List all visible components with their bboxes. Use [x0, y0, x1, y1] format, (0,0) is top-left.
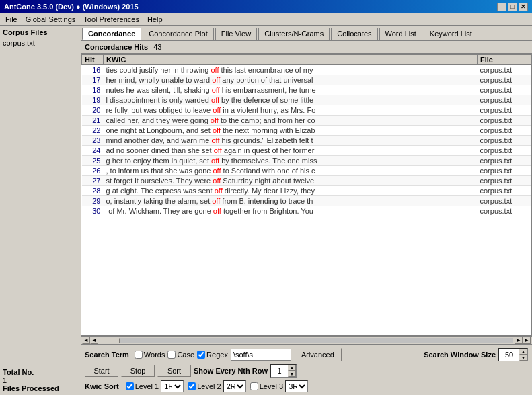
kwic-keyword: off [213, 207, 221, 215]
level1-select[interactable]: 1R 1L 2R 2L 3R 3L [161, 380, 184, 392]
scroll-right2-btn[interactable]: ► [523, 337, 531, 344]
regex-label: Regex [206, 351, 228, 359]
stop-button[interactable]: Stop [121, 365, 155, 377]
kwic-keyword: off [212, 197, 220, 205]
tab-keyword-list[interactable]: Keyword List [424, 28, 478, 40]
nth-row-spinbox: ▲ ▼ [270, 364, 297, 378]
hit-number: 27 [82, 176, 104, 186]
tab-concordance-plot[interactable]: Concordance Plot [143, 28, 213, 40]
search-window-size-input[interactable] [499, 349, 519, 361]
kwic-cell: g her to enjoy them in quiet, set off by… [104, 156, 478, 166]
menu-file[interactable]: File [1, 15, 22, 24]
regex-checkbox[interactable] [197, 351, 205, 359]
level1-checkbox[interactable] [126, 382, 134, 390]
level3-checkbox[interactable] [250, 382, 258, 390]
menu-bar: File Global Settings Tool Preferences He… [0, 13, 532, 26]
tab-clusters-ngrams[interactable]: Clusters/N-Grams [258, 28, 330, 40]
kwic-keyword: off [213, 167, 221, 175]
kwic-keyword: off [214, 146, 222, 155]
table-row[interactable]: 23 mind another day, and warn me off his… [82, 136, 531, 146]
level2-checkbox[interactable] [188, 382, 196, 390]
title-bar-buttons: _ □ ✕ [497, 3, 528, 11]
case-checkbox[interactable] [167, 351, 176, 359]
tab-word-list[interactable]: Word List [379, 28, 422, 40]
tab-file-view[interactable]: File View [215, 28, 257, 40]
level3-group: Level 3 3R 1R 1L 2R 2L 3L [250, 380, 308, 392]
level2-select[interactable]: 2R 1R 1L 2L 3R 3L [223, 380, 246, 392]
level3-select[interactable]: 3R 1R 1L 2R 2L 3L [285, 380, 308, 392]
hit-number: 24 [82, 146, 104, 156]
table-row[interactable]: 25 g her to enjoy them in quiet, set off… [82, 156, 531, 166]
table-row[interactable]: 27 st forget it ourselves. They were off… [82, 176, 531, 186]
spinbox-down-btn[interactable]: ▼ [519, 355, 527, 361]
table-row[interactable]: 22 one night at Longbourn, and set off t… [82, 126, 531, 136]
sort-button[interactable]: Sort [157, 365, 191, 377]
level3-label: Level 3 [260, 382, 283, 390]
kwic-cell: ad no sooner dined than she set off agai… [104, 146, 478, 156]
search-term-label: Search Term [85, 351, 129, 359]
nth-spinbox-buttons: ▲ ▼ [288, 365, 296, 377]
kwic-cell: l disappointment is only warded off by t… [104, 95, 478, 105]
tab-concordance[interactable]: Concordance [82, 28, 141, 40]
minimize-button[interactable]: _ [497, 3, 506, 11]
action-row: Start Stop Sort Show Every Nth Row ▲ ▼ [85, 364, 528, 378]
concordance-hits-count: 43 [153, 43, 161, 51]
scroll-right-btn[interactable]: ► [515, 337, 523, 344]
table-row[interactable]: 19 l disappointment is only warded off b… [82, 95, 531, 105]
words-checkbox-label: Words [135, 351, 165, 359]
nth-row-input[interactable] [271, 365, 288, 377]
hit-number: 25 [82, 156, 104, 166]
spinbox-buttons: ▲ ▼ [519, 349, 527, 361]
kwic-keyword: off [211, 96, 219, 104]
spinbox-up-btn[interactable]: ▲ [519, 349, 527, 355]
table-row[interactable]: 16 ties could justify her in throwing of… [82, 65, 531, 75]
hit-number: 19 [82, 95, 104, 105]
table-row[interactable]: 26 , to inform us that she was gone off … [82, 166, 531, 176]
corpus-file-item[interactable]: corpus.txt [3, 39, 78, 47]
menu-help[interactable]: Help [143, 15, 167, 24]
file-name-cell: corpus.txt [478, 146, 531, 156]
table-row[interactable]: 29 o, instantly taking the alarm, set of… [82, 196, 531, 206]
kwic-keyword: off [215, 187, 223, 195]
scroll-track[interactable] [100, 338, 513, 343]
tab-collocates[interactable]: Collocates [331, 28, 377, 40]
menu-tool-preferences[interactable]: Tool Preferences [79, 15, 143, 24]
bottom-controls: Search Term Words Case Regex Advanced [81, 344, 532, 395]
hit-number: 22 [82, 126, 104, 136]
file-name-cell: corpus.txt [478, 156, 531, 166]
table-row[interactable]: 28 g at eight. The express was sent off … [82, 186, 531, 196]
level2-group: Level 2 2R 1R 1L 2L 3R 3L [188, 380, 245, 392]
kwic-cell: one night at Longbourn, and set off the … [104, 126, 478, 136]
main-layout: Corpus Files corpus.txt Total No. 1 File… [0, 26, 532, 395]
table-row[interactable]: 20 re fully, but was obliged to leave of… [82, 105, 531, 116]
regex-checkbox-label: Regex [197, 351, 228, 359]
search-row: Search Term Words Case Regex Advanced [85, 348, 528, 361]
kwic-cell: nutes he was silent, till, shaking off h… [104, 85, 478, 95]
advanced-button[interactable]: Advanced [294, 348, 342, 361]
table-row[interactable]: 21 called her, and they were going off t… [82, 116, 531, 126]
close-button[interactable]: ✕ [519, 3, 528, 11]
start-button[interactable]: Start [85, 365, 118, 377]
kwic-cell: mind another day, and warn me off his gr… [104, 136, 478, 146]
table-row[interactable]: 17 her mind, wholly unable to ward off a… [82, 75, 531, 85]
file-name-cell: corpus.txt [478, 85, 531, 95]
scroll-left2-btn[interactable]: ◄ [90, 337, 98, 344]
hit-number: 28 [82, 186, 104, 196]
nth-spinbox-up-btn[interactable]: ▲ [288, 365, 296, 371]
corpus-files-title: Corpus Files [3, 28, 78, 36]
table-row[interactable]: 18 nutes he was silent, till, shaking of… [82, 85, 531, 95]
search-window-size-label: Search Window Size [424, 351, 496, 359]
table-row[interactable]: 30 -of Mr. Wickham. They are gone off to… [82, 206, 531, 216]
nth-spinbox-down-btn[interactable]: ▼ [288, 371, 296, 377]
files-processed-label: Files Processed [3, 384, 78, 392]
hit-number: 16 [82, 65, 104, 75]
menu-global-settings[interactable]: Global Settings [22, 15, 80, 24]
maximize-button[interactable]: □ [508, 3, 517, 11]
search-input[interactable] [231, 349, 291, 361]
words-checkbox[interactable] [135, 351, 143, 359]
table-row[interactable]: 24 ad no sooner dined than she set off a… [82, 146, 531, 156]
scroll-left-btn[interactable]: ◄ [82, 337, 90, 344]
kwic-keyword: off [212, 86, 220, 94]
level2-label: Level 2 [197, 382, 221, 390]
level3-checkbox-label: Level 3 [250, 382, 283, 390]
